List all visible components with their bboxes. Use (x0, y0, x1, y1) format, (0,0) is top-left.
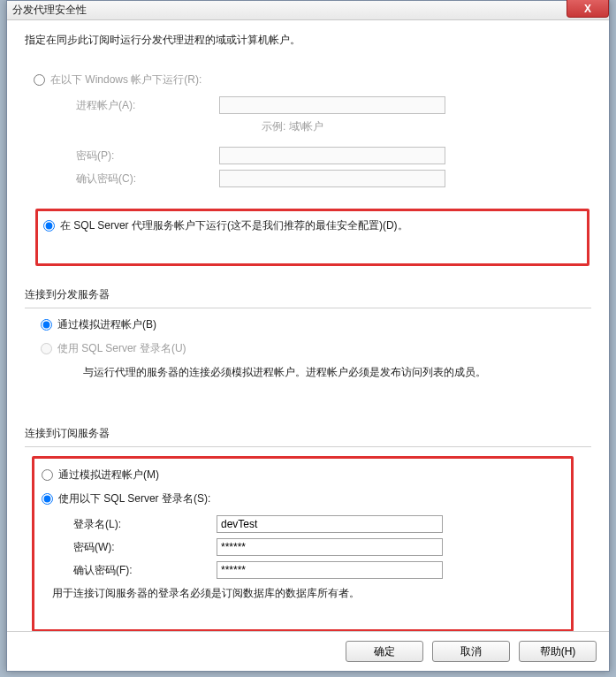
sub-sqllogin-label: 使用以下 SQL Server 登录名(S): (58, 491, 210, 506)
divider (25, 446, 591, 447)
sub-login-input[interactable] (217, 515, 443, 533)
ok-button[interactable]: 确定 (346, 641, 423, 662)
sub-impersonate-label: 通过模拟进程帐户(M) (58, 468, 159, 483)
process-account-label: 进程帐户(A): (34, 98, 219, 113)
divider (25, 308, 591, 308)
sub-sqllogin-radio[interactable] (42, 493, 53, 505)
dist-impersonate-label: 通过模拟进程帐户(B) (57, 317, 156, 332)
dialog-content: 指定在同步此订阅时运行分发代理进程的域或计算机帐户。 在以下 Windows 帐… (7, 20, 609, 641)
confirm-password-label: 确认密码(C): (34, 171, 219, 186)
password-input[interactable] (219, 147, 445, 164)
run-as-windows-row[interactable]: 在以下 Windows 帐户下运行(R): (34, 72, 591, 87)
dist-sqllogin-label: 使用 SQL Server 登录名(U) (57, 341, 186, 356)
sub-confirm-input[interactable] (217, 561, 443, 579)
process-account-input[interactable] (219, 96, 445, 114)
dist-section-label: 连接到分发服务器 (25, 287, 591, 302)
sub-sqllogin-row[interactable]: 使用以下 SQL Server 登录名(S): (42, 491, 564, 506)
titlebar[interactable]: 分发代理安全性 X (7, 1, 609, 20)
instruction-text: 指定在同步此订阅时运行分发代理进程的域或计算机帐户。 (25, 33, 591, 48)
dist-impersonate-row[interactable]: 通过模拟进程帐户(B) (41, 317, 591, 332)
dist-sqllogin-row: 使用 SQL Server 登录名(U) (41, 341, 591, 356)
sub-login-label: 登录名(L): (42, 517, 217, 532)
highlight-sqlagent: 在 SQL Server 代理服务帐户下运行(这不是我们推荐的最佳安全配置)(D… (35, 209, 589, 266)
close-button[interactable]: X (567, 0, 609, 18)
run-as-group: 在以下 Windows 帐户下运行(R): 进程帐户(A): 示例: 域\帐户 … (34, 72, 591, 266)
sub-password-label: 密码(W): (42, 540, 217, 555)
run-as-windows-label: 在以下 Windows 帐户下运行(R): (50, 72, 202, 87)
sub-section-label: 连接到订阅服务器 (25, 426, 591, 441)
help-button[interactable]: 帮助(H) (519, 641, 597, 662)
run-as-sqlagent-label: 在 SQL Server 代理服务帐户下运行(这不是我们推荐的最佳安全配置)(D… (60, 218, 408, 233)
button-row: 确定 取消 帮助(H) (7, 631, 609, 662)
highlight-subscriber: 通过模拟进程帐户(M) 使用以下 SQL Server 登录名(S): 登录名(… (32, 456, 574, 632)
sub-confirm-label: 确认密码(F): (42, 563, 217, 578)
run-as-windows-radio[interactable] (34, 74, 45, 86)
password-label: 密码(P): (34, 148, 219, 164)
dist-impersonate-radio[interactable] (41, 319, 52, 331)
cancel-button[interactable]: 取消 (432, 641, 510, 662)
sub-password-input[interactable] (217, 538, 443, 556)
confirm-password-input[interactable] (219, 170, 445, 187)
sub-impersonate-radio[interactable] (42, 469, 53, 481)
window-title: 分发代理安全性 (12, 3, 87, 18)
sub-impersonate-row[interactable]: 通过模拟进程帐户(M) (42, 468, 564, 483)
close-icon: X (584, 3, 591, 15)
dist-group: 通过模拟进程帐户(B) 使用 SQL Server 登录名(U) 与运行代理的服… (41, 317, 591, 380)
example-text: 示例: 域\帐户 (262, 119, 323, 134)
sub-hint: 用于连接订阅服务器的登录名必须是订阅数据库的数据库所有者。 (52, 586, 564, 601)
run-as-sqlagent-row[interactable]: 在 SQL Server 代理服务帐户下运行(这不是我们推荐的最佳安全配置)(D… (43, 218, 582, 233)
dialog-window: 分发代理安全性 X 指定在同步此订阅时运行分发代理进程的域或计算机帐户。 在以下… (6, 0, 610, 672)
run-as-sqlagent-radio[interactable] (43, 220, 55, 232)
dist-sqllogin-radio (41, 343, 52, 354)
dist-hint: 与运行代理的服务器的连接必须模拟进程帐户。进程帐户必须是发布访问列表的成员。 (83, 365, 591, 380)
